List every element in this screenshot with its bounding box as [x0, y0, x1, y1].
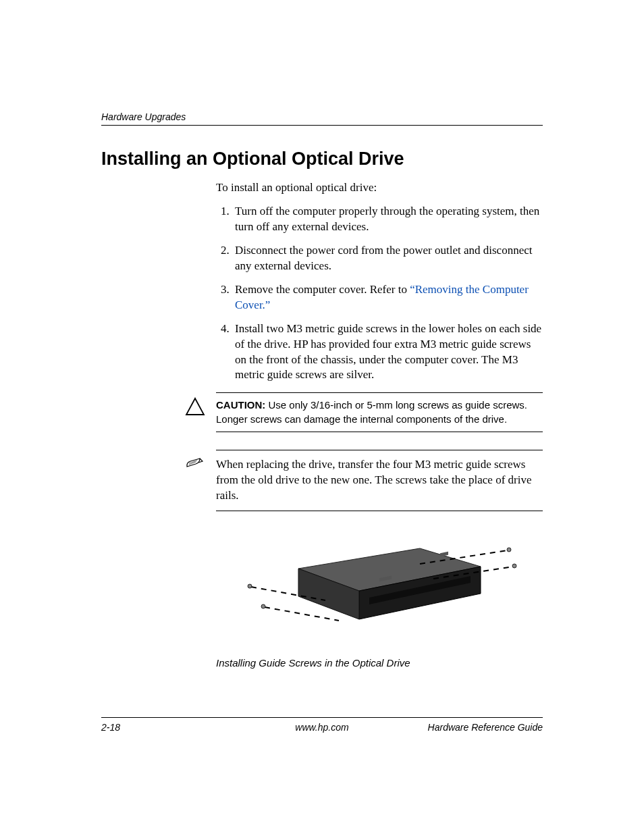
step-list: Turn off the computer properly through t…: [216, 204, 543, 383]
optical-drive-illustration: [238, 538, 521, 646]
caution-label: CAUTION:: [216, 399, 265, 411]
figure-optical-drive: [216, 538, 543, 646]
svg-line-3: [265, 607, 339, 621]
running-header: Hardware Upgrades: [101, 111, 543, 126]
svg-point-9: [512, 564, 516, 568]
intro-text: To install an optional optical drive:: [216, 181, 543, 194]
caution-icon: [185, 397, 205, 416]
doc-title: Hardware Reference Guide: [428, 722, 543, 733]
step-item: Disconnect the power cord from the power…: [232, 243, 543, 274]
note-box: When replacing the drive, transfer the f…: [216, 450, 543, 511]
page-heading: Installing an Optional Optical Drive: [101, 149, 543, 170]
step-item: Remove the computer cover. Refer to “Rem…: [232, 282, 543, 313]
page-footer: 2-18 www.hp.com Hardware Reference Guide: [101, 717, 543, 733]
step-text: Remove the computer cover. Refer to: [235, 283, 410, 296]
step-item: Turn off the computer properly through t…: [232, 204, 543, 235]
note-icon: [185, 456, 205, 472]
figure-caption: Installing Guide Screws in the Optical D…: [216, 657, 543, 669]
step-item: Install two M3 metric guide screws in th…: [232, 321, 543, 384]
svg-point-4: [248, 584, 252, 588]
step-text: Turn off the computer properly through t…: [235, 205, 539, 233]
step-text: Install two M3 metric guide screws in th…: [235, 322, 541, 382]
step-text: Disconnect the power cord from the power…: [235, 244, 532, 272]
note-text: When replacing the drive, transfer the f…: [216, 458, 532, 502]
caution-box: CAUTION: Use only 3/16-inch or 5-mm long…: [216, 392, 543, 432]
section-name: Hardware Upgrades: [101, 111, 186, 122]
svg-point-5: [261, 604, 265, 608]
page-number: 2-18: [101, 722, 120, 733]
svg-point-8: [507, 548, 511, 552]
